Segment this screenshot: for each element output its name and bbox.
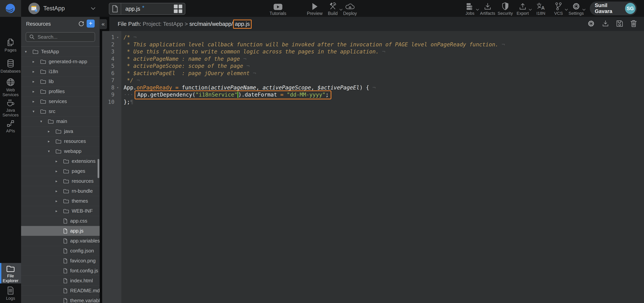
collapse-arrow-icon[interactable]: ▾ bbox=[40, 119, 48, 124]
expand-arrow-icon[interactable]: ▸ bbox=[56, 159, 63, 163]
refresh-button[interactable] bbox=[78, 20, 85, 27]
download-file-icon[interactable] bbox=[602, 20, 609, 28]
i18n-button[interactable]: A I18N bbox=[536, 2, 545, 16]
tree-row-README.md[interactable]: README.md bbox=[21, 286, 100, 296]
tree-row-src[interactable]: ▾src bbox=[21, 106, 100, 116]
security-button[interactable]: Security bbox=[498, 2, 513, 16]
add-resource-button[interactable]: + bbox=[87, 19, 95, 27]
tab-filename: app.js bbox=[125, 6, 140, 12]
build-button[interactable]: Build bbox=[328, 2, 338, 16]
tree-scrollbar-thumb[interactable] bbox=[98, 159, 99, 178]
save-file-icon[interactable] bbox=[616, 20, 623, 28]
tree-row-pages[interactable]: ▸pages bbox=[21, 166, 100, 176]
tree-row-app.css[interactable]: app.css bbox=[21, 216, 100, 226]
code-line-10[interactable]: 10};¶ bbox=[102, 98, 644, 106]
tree-row-resources[interactable]: ▸resources bbox=[21, 136, 100, 146]
grid-view-icon[interactable] bbox=[174, 4, 182, 13]
tree-row-resources[interactable]: ▸resources bbox=[21, 176, 100, 186]
build-chevron-icon[interactable] bbox=[340, 8, 342, 11]
editor-settings-gear-icon[interactable] bbox=[587, 20, 595, 28]
fold-arrow-icon[interactable]: ▾ bbox=[114, 86, 121, 89]
expand-arrow-icon[interactable]: ▸ bbox=[48, 129, 56, 133]
code-editor[interactable]: 1▾/* ¬2 * This application level callbac… bbox=[102, 31, 644, 303]
fold-arrow-icon[interactable]: ▾ bbox=[114, 35, 121, 39]
project-switcher-chevron-icon[interactable] bbox=[91, 5, 96, 10]
tree-row-profiles[interactable]: ▸profiles bbox=[21, 87, 100, 96]
tree-row-index.html[interactable]: index.html bbox=[21, 276, 100, 286]
tree-row-services[interactable]: ▸services bbox=[21, 96, 100, 106]
jobs-button[interactable]: Jobs bbox=[466, 2, 474, 16]
tree-row-config.json[interactable]: config.json bbox=[21, 246, 100, 256]
search-input[interactable] bbox=[37, 34, 89, 40]
line-number: 4 bbox=[102, 56, 114, 62]
expand-arrow-icon[interactable]: ▸ bbox=[56, 189, 63, 193]
tree-row-main[interactable]: ▾main bbox=[21, 116, 100, 126]
expand-arrow-icon[interactable]: ▸ bbox=[32, 89, 40, 94]
expand-arrow-icon[interactable]: ▸ bbox=[56, 209, 63, 213]
code-line-3[interactable]: 3 * Use this function to write common lo… bbox=[102, 48, 644, 55]
wavemaker-logo[interactable] bbox=[0, 0, 21, 17]
expand-arrow-icon[interactable]: ▸ bbox=[32, 69, 40, 74]
export-chevron-icon[interactable] bbox=[529, 8, 532, 11]
code-line-5[interactable]: 5 * activePageScope: scope of the page ¬ bbox=[102, 62, 644, 70]
code-line-2[interactable]: 2 * This application level callback func… bbox=[102, 41, 644, 48]
code-line-4[interactable]: 4 * activePageName : name of the page ¬ bbox=[102, 55, 644, 63]
expand-arrow-icon[interactable]: ▸ bbox=[32, 79, 40, 84]
project-name[interactable]: TestApp bbox=[43, 0, 65, 17]
collapse-arrow-icon[interactable]: ▾ bbox=[48, 149, 56, 153]
expand-arrow-icon[interactable]: ▸ bbox=[48, 139, 56, 143]
tree-row-extensions[interactable]: ▸extensions bbox=[21, 156, 100, 166]
sidebar-item-logs[interactable]: Logs bbox=[0, 285, 21, 301]
sidebar-item-apis[interactable]: APIs bbox=[0, 118, 21, 133]
code-line-6[interactable]: 6 * $activePageEl : page jQuery element … bbox=[102, 70, 644, 77]
tree-row-theme.variables.js[interactable]: theme.variables.js bbox=[21, 296, 100, 303]
open-file-tab[interactable]: app.js * bbox=[109, 3, 185, 15]
expand-arrow-icon[interactable]: ▸ bbox=[56, 169, 63, 173]
expand-arrow-icon[interactable]: ▸ bbox=[32, 99, 40, 104]
sidebar-item-file-explorer[interactable]: File Explorer bbox=[0, 263, 21, 284]
expand-arrow-icon[interactable]: ▸ bbox=[32, 59, 40, 64]
file-icon bbox=[63, 268, 68, 274]
tree-row-themes[interactable]: ▸themes bbox=[21, 196, 100, 206]
tree-label: profiles bbox=[49, 88, 65, 94]
tree-row-app.variables.js[interactable]: app.variables.js bbox=[21, 236, 100, 246]
vcs-chevron-icon[interactable] bbox=[565, 8, 568, 11]
code-line-9[interactable]: 9····App.getDependency("i18nService").da… bbox=[102, 91, 644, 98]
project-avatar[interactable] bbox=[28, 3, 40, 14]
jobs-chevron-icon[interactable] bbox=[476, 8, 479, 11]
tree-row-i18n[interactable]: ▸i18n bbox=[21, 67, 100, 77]
tree-row-WEB-INF[interactable]: ▸WEB-INF bbox=[21, 206, 100, 216]
vcs-button[interactable]: VCS bbox=[554, 2, 563, 16]
sidebar-item-pages[interactable]: Pages bbox=[0, 37, 21, 52]
tree-row-webapp[interactable]: ▾webapp bbox=[21, 146, 100, 156]
code-line-7[interactable]: 7 */ ¬ bbox=[102, 77, 644, 84]
collapse-panel-button[interactable]: « bbox=[99, 19, 107, 29]
tree-row-app.js[interactable]: app.js bbox=[21, 226, 100, 236]
export-button[interactable]: Export bbox=[516, 2, 529, 16]
expand-arrow-icon[interactable]: ▸ bbox=[56, 179, 63, 183]
tree-row-favicon.png[interactable]: favicon.png bbox=[21, 256, 100, 266]
sidebar-item-databases[interactable]: Databases bbox=[0, 58, 21, 73]
sidebar-item-web-services[interactable]: Web Services bbox=[0, 77, 21, 97]
code-line-1[interactable]: 1▾/* ¬ bbox=[102, 34, 644, 41]
tree-row-rn-bundle[interactable]: ▸rn-bundle bbox=[21, 186, 100, 196]
collapse-arrow-icon[interactable]: ▾ bbox=[25, 49, 32, 54]
code-line-8[interactable]: 8▾App.onPageReady = function(activePageN… bbox=[102, 84, 644, 91]
deploy-button[interactable]: Deploy bbox=[343, 2, 357, 16]
artifacts-button[interactable]: Artifacts bbox=[480, 2, 495, 16]
preview-button[interactable]: Preview bbox=[307, 2, 322, 16]
sidebar-item-java-services[interactable]: Java Services bbox=[0, 97, 21, 117]
tree-row-TestApp[interactable]: ▾TestApp bbox=[21, 47, 100, 57]
settings-chevron-icon[interactable] bbox=[582, 8, 586, 11]
user-menu[interactable]: Sunil Gavara SG bbox=[590, 1, 637, 15]
delete-file-icon[interactable] bbox=[630, 20, 637, 28]
tree-row-font.config.js[interactable]: font.config.js bbox=[21, 266, 100, 276]
settings-button[interactable]: Settings bbox=[568, 2, 584, 16]
collapse-arrow-icon[interactable]: ▾ bbox=[32, 109, 40, 114]
expand-arrow-icon[interactable]: ▸ bbox=[56, 199, 63, 203]
tree-row-lib[interactable]: ▸lib bbox=[21, 77, 100, 87]
tutorials-button[interactable]: Tutorials bbox=[270, 2, 286, 16]
tree-row-java[interactable]: ▸java bbox=[21, 126, 100, 136]
tree-row-generated-rn-app[interactable]: ▸generated-rn-app bbox=[21, 57, 100, 67]
resource-search[interactable] bbox=[26, 32, 95, 42]
